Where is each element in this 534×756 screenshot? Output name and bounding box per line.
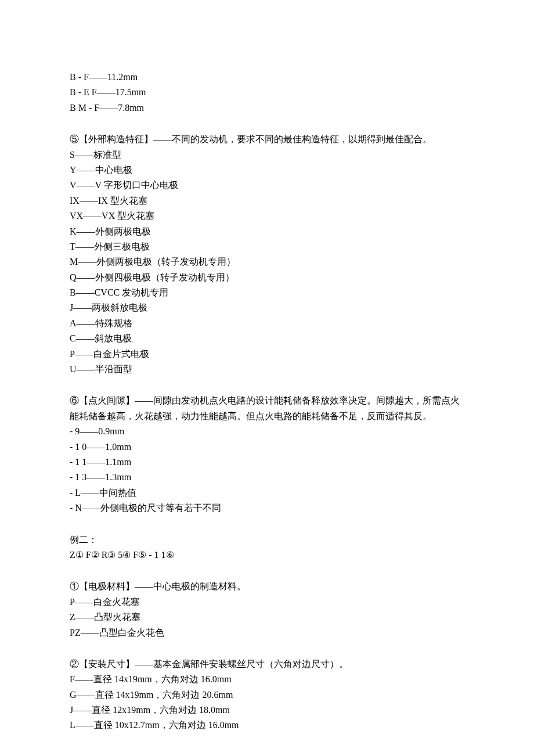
- text-line: - 1 0——1.0mm: [70, 440, 464, 455]
- section-2b-install-dimensions: ②【安装尺寸】——基本金属部件安装螺丝尺寸（六角对边尺寸）。 F——直径 14x…: [70, 657, 464, 733]
- section-header: ⑤【外部构造特征】——不同的发动机，要求不同的最佳构造特征，以期得到最佳配合。: [70, 132, 464, 147]
- text-line: Q——外侧四极电极（转子发动机专用）: [70, 270, 464, 285]
- text-line: IX——IX 型火花塞: [70, 193, 464, 208]
- text-line: PZ——凸型白金火花色: [70, 625, 464, 640]
- text-line: B - E F——17.5mm: [70, 85, 464, 100]
- section-1b-electrode-material: ①【电极材料】——中心电极的制造材料。 P——白金火花塞 Z——凸型火花塞 PZ…: [70, 579, 464, 640]
- section-header: ①【电极材料】——中心电极的制造材料。: [70, 579, 464, 594]
- section-5-external-structure: ⑤【外部构造特征】——不同的发动机，要求不同的最佳构造特征，以期得到最佳配合。 …: [70, 132, 464, 377]
- text-line: B - F——11.2mm: [70, 70, 464, 85]
- text-line: V——V 字形切口中心电极: [70, 178, 464, 193]
- text-line: C——斜放电极: [70, 331, 464, 346]
- text-line: Y——中心电极: [70, 163, 464, 178]
- text-line: G——直径 14x19mm，六角对边 20.6mm: [70, 687, 464, 703]
- block-thread-reach: B - F——11.2mm B - E F——17.5mm B M - F——7…: [70, 70, 464, 116]
- example-code: Z① F② R③ 5④ F⑤ - 1 1⑥: [70, 548, 464, 563]
- text-line: P——白金片式电极: [70, 347, 464, 362]
- example-label: 例二：: [70, 532, 464, 548]
- text-line: U——半沿面型: [70, 362, 464, 377]
- text-line: - N——外侧电极的尺寸等有若干不同: [70, 501, 464, 516]
- text-line: K——外侧两极电极: [70, 224, 464, 239]
- text-line: T——外侧三极电极: [70, 239, 464, 254]
- text-line: VX——VX 型火花塞: [70, 208, 464, 224]
- text-line: P——白金火花塞: [70, 595, 464, 610]
- text-line: J——直径 12x19mm，六角对边 18.0mm: [70, 703, 464, 718]
- example-2: 例二： Z① F② R③ 5④ F⑤ - 1 1⑥: [70, 532, 464, 563]
- section-header: ⑥【点火间隙】——间隙由发动机点火电路的设计能耗储备释放效率决定。间隙越大，所需…: [70, 393, 464, 424]
- section-header: ②【安装尺寸】——基本金属部件安装螺丝尺寸（六角对边尺寸）。: [70, 657, 464, 672]
- text-line: B——CVCC 发动机专用: [70, 285, 464, 300]
- text-line: - 1 1——1.1mm: [70, 455, 464, 470]
- text-line: - 9——0.9mm: [70, 424, 464, 439]
- text-line: F——直径 14x19mm，六角对边 16.0mm: [70, 672, 464, 687]
- text-line: L——直径 10x12.7mm，六角对边 16.0mm: [70, 718, 464, 733]
- text-line: - L——中间热值: [70, 485, 464, 501]
- text-line: M——外侧两极电极（转子发动机专用）: [70, 254, 464, 269]
- text-line: B M - F——7.8mm: [70, 100, 464, 116]
- section-6-spark-gap: ⑥【点火间隙】——间隙由发动机点火电路的设计能耗储备释放效率决定。间隙越大，所需…: [70, 393, 464, 516]
- text-line: Z——凸型火花塞: [70, 610, 464, 625]
- text-line: A——特殊规格: [70, 316, 464, 331]
- text-line: - 1 3——1.3mm: [70, 470, 464, 485]
- text-line: S——标准型: [70, 147, 464, 163]
- text-line: J——两极斜放电极: [70, 300, 464, 315]
